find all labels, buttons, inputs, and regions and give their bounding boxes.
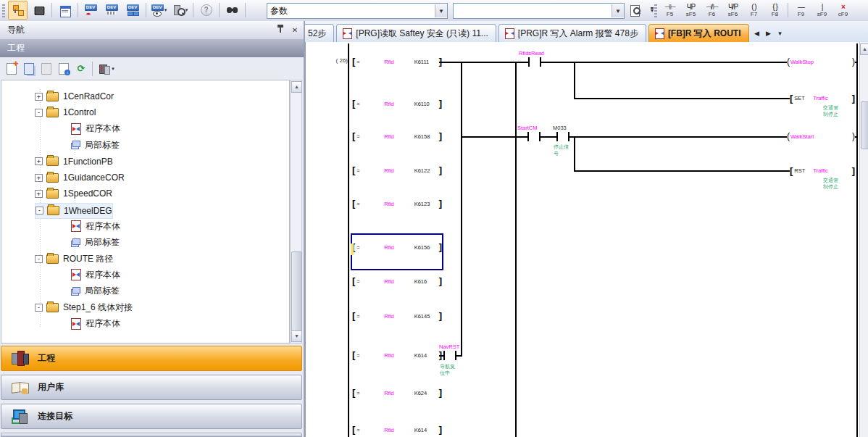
close-icon[interactable]: ✕ <box>289 25 301 36</box>
module-config-button[interactable] <box>29 1 49 20</box>
editor-scrollbar-thumb[interactable] <box>861 101 868 149</box>
parameter-combo-value: 参数 <box>267 5 435 17</box>
ladder-symbol-button-sF5[interactable]: ЧРsF5 <box>680 1 701 20</box>
scroll-up-icon[interactable]: ▲ <box>291 81 302 93</box>
paste-button[interactable] <box>38 61 54 77</box>
compare-block-1[interactable]: [=RfidK6110] <box>352 97 442 110</box>
toolbar-grip[interactable] <box>2 4 5 19</box>
collapse-icon[interactable]: - <box>35 109 43 117</box>
device-comment-button[interactable]: DEV ◂▸ <box>81 1 101 20</box>
compare-block-6[interactable]: [=RfidK616] <box>352 275 442 288</box>
project-view-button[interactable] <box>8 1 28 20</box>
tab-list-button[interactable]: ▾ <box>775 27 785 40</box>
device-batch-button[interactable]: DEV <box>123 1 143 20</box>
nav-button-partial[interactable] <box>1 433 302 437</box>
tree-item-ROUTE-路径[interactable]: -ROUTE 路径 <box>35 251 113 266</box>
nav-button-project[interactable]: 工程 <box>1 346 302 371</box>
dev-batch-icon: DEV <box>127 4 140 16</box>
find-button[interactable] <box>222 1 242 20</box>
new-data-button[interactable]: ✚ <box>4 61 20 77</box>
compare-block-10[interactable]: [=RfidK614] <box>352 423 442 436</box>
label-icon <box>71 238 80 247</box>
combo-dropdown-icon[interactable]: ▼ <box>612 4 624 17</box>
tree-item-局部标签[interactable]: 局部标签 <box>71 236 120 250</box>
device-view-button[interactable]: ▾ <box>96 61 117 77</box>
document-tab-2[interactable]: [PRG]R 写入 Alarm 报警 478步 <box>498 24 646 42</box>
tree-item-程序本体[interactable]: 程序本体 <box>71 317 120 331</box>
device-display-button[interactable]: DEV ▾ <box>149 1 169 20</box>
device-memory-button[interactable]: DEV <box>102 1 122 20</box>
ladder-symbol-button-cF9[interactable]: ×cF9 <box>832 1 854 20</box>
copy-button[interactable] <box>21 61 37 77</box>
compare-block-7[interactable]: [=RfidK6145] <box>352 309 442 322</box>
tree-item-1FunctionPB[interactable]: +1FunctionPB <box>35 154 113 169</box>
tree-item-1Control[interactable]: -1Control <box>35 105 96 120</box>
ladder-symbol-button-sF9[interactable]: |sF9 <box>811 1 832 20</box>
tree-item-1GuidanceCOR[interactable]: +1GuidanceCOR <box>35 170 125 185</box>
contact-rfids-read[interactable] <box>528 57 541 67</box>
collapse-icon[interactable]: - <box>35 255 43 263</box>
collapse-icon[interactable]: - <box>35 304 43 312</box>
tree-item-程序本体[interactable]: 程序本体 <box>71 122 120 136</box>
nav-button-connection[interactable]: 连接目标 <box>1 404 302 429</box>
tree-item-程序本体[interactable]: 程序本体 <box>71 219 120 233</box>
combo-dropdown-icon[interactable]: ▼ <box>435 4 447 17</box>
tree-item-程序本体[interactable]: 程序本体 <box>71 267 120 282</box>
expand-icon[interactable]: + <box>35 174 43 182</box>
tree-item-局部标签[interactable]: 局部标签 <box>71 138 120 152</box>
ladder-symbol-button-F9[interactable]: —F9 <box>790 1 811 20</box>
compare-block-3[interactable]: [=RfidK6122] <box>352 164 442 177</box>
ladder-symbol-button-F5[interactable]: ⊣⊢F5 <box>659 1 680 20</box>
secondary-combo[interactable]: ▼ <box>453 3 625 19</box>
scroll-down-icon[interactable]: ▼ <box>291 330 302 342</box>
nav-button-user-library[interactable]: 用户库 <box>1 375 302 400</box>
tree-item-Step1_6-线体对接[interactable]: -Step1_6 线体对接 <box>35 300 133 315</box>
program-list-button[interactable] <box>55 1 75 20</box>
expand-icon[interactable]: + <box>35 190 43 198</box>
tree-scrollbar[interactable]: ▲ ▼ <box>290 80 302 344</box>
compare-block-0[interactable]: [=RfidK6111] <box>352 55 442 68</box>
expand-icon[interactable]: + <box>35 93 43 101</box>
coil-close-paren: ) <box>852 132 855 141</box>
tree-item-1SpeedCOR[interactable]: +1SpeedCOR <box>35 186 112 201</box>
expand-icon[interactable]: + <box>35 157 43 165</box>
document-tab-1[interactable]: [PRG]读取 Saftey 安全 (只读) 11... <box>336 24 496 42</box>
coil-walk-start[interactable]: ( WalkStart ) <box>787 131 855 142</box>
project-tree[interactable]: +1CenRadCor-1Control程序本体局部标签+1FunctionPB… <box>1 80 290 344</box>
help-button[interactable]: ? <box>196 1 216 20</box>
coil-walk-stop[interactable]: ( WalkStop ) <box>787 57 855 67</box>
doc-search-button[interactable] <box>625 1 645 20</box>
property-button[interactable]: i <box>56 61 72 77</box>
ladder-symbol-button-F7[interactable]: ( )F7 <box>743 1 764 20</box>
tree-item-1WheelDEG[interactable]: -1WheelDEG <box>35 203 113 219</box>
contact-m033[interactable] <box>556 132 569 141</box>
ladder-symbol-button-sF6[interactable]: Ч/РsF6 <box>722 1 743 20</box>
parameter-combo[interactable]: 参数 ▼ <box>267 3 448 19</box>
tree-item-局部标签[interactable]: 局部标签 <box>71 284 120 299</box>
document-tab-0[interactable]: 52步 <box>305 24 334 42</box>
compare-block-2[interactable]: [=RfidK6158] <box>352 130 442 143</box>
toolbar-grip[interactable] <box>654 4 657 19</box>
copy-icon <box>24 63 34 75</box>
tree-scrollbar-thumb[interactable] <box>291 251 302 331</box>
compare-block-4[interactable]: [=RfidK6123] <box>352 197 442 210</box>
contact-nav-rst[interactable] <box>443 351 456 360</box>
ladder-symbol-button-F8[interactable]: { }F8 <box>764 1 785 20</box>
refresh-button[interactable]: ⟳ <box>73 61 89 77</box>
ladder-editor[interactable]: ( 26) RfidsRead StartCM M033 停止信号 NavRST… <box>305 42 868 437</box>
compare-block-9[interactable]: [=RfidK624] <box>352 386 442 399</box>
pin-icon[interactable] <box>275 25 286 36</box>
tab-scroll-left-button[interactable]: ◀ <box>752 27 762 40</box>
device-search-button[interactable]: ▾ <box>170 1 190 20</box>
instruction-set-traffic[interactable]: [ SET Traffic ] <box>790 92 855 104</box>
tree-item-1CenRadCor[interactable]: +1CenRadCor <box>35 89 114 104</box>
contact-start-cm[interactable] <box>527 132 541 141</box>
document-tab-3[interactable]: [FB]R 写入 ROUTI <box>648 24 749 42</box>
instruction-rst-traffic[interactable]: [ RST Traffic ] <box>790 165 855 176</box>
ladder-symbol-button-F6[interactable]: ⊣/⊢F6 <box>701 1 722 20</box>
scroll-up-icon[interactable]: ▲ <box>860 43 868 55</box>
collapse-icon[interactable]: - <box>36 207 43 215</box>
compare-block-8[interactable]: [=RfidK614] <box>352 349 442 362</box>
editor-scrollbar[interactable]: ▲ <box>859 42 868 437</box>
tab-scroll-right-button[interactable]: ▶ <box>764 27 774 40</box>
